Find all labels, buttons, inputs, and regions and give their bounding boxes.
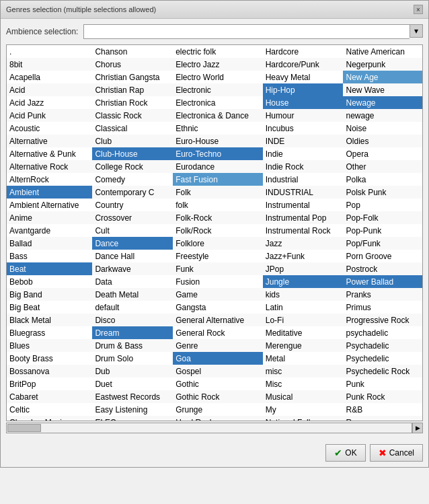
genre-cell[interactable]: misc (263, 365, 344, 377)
genre-cell[interactable]: Data (92, 275, 173, 288)
genre-cell[interactable]: Musical (263, 390, 344, 403)
genre-cell[interactable]: Funk (173, 262, 263, 275)
table-row[interactable]: AcidChristian RapElectronicHip-HopNew Wa… (7, 83, 422, 96)
genre-cell[interactable]: Dub (92, 365, 173, 377)
genre-cell[interactable]: Postrock (343, 262, 422, 275)
genre-cell[interactable]: Crossover (92, 211, 173, 224)
genre-cell[interactable]: Jungle (263, 275, 344, 288)
table-row[interactable]: Ambient AlternativeCountryfolkInstrument… (7, 199, 422, 211)
genre-cell[interactable]: Blues (7, 339, 92, 352)
genre-cell[interactable]: Punk (343, 377, 422, 390)
table-row[interactable]: AcousticClassicalEthnicIncubusNoise (7, 122, 422, 135)
genre-cell[interactable]: . (7, 45, 92, 58)
genre-cell[interactable]: Bebob (7, 275, 92, 288)
table-row[interactable]: BebobDataFusionJunglePower Ballad (7, 275, 422, 288)
genre-cell[interactable]: Game (173, 288, 263, 301)
genre-cell[interactable]: Gospel (173, 365, 263, 377)
table-row[interactable]: 8bitChorusElectro JazzHardcore/PunkNeger… (7, 58, 422, 71)
genre-cell[interactable]: Electronica & Dance (173, 109, 263, 122)
table-row[interactable]: Acid JazzChristian RockElectronicaHouseN… (7, 96, 422, 109)
genre-cell[interactable]: College Rock (92, 160, 173, 173)
genre-cell[interactable]: 8bit (7, 58, 92, 71)
genre-cell[interactable]: Pop/Funk (343, 237, 422, 250)
genre-cell[interactable]: Gothic Rock (173, 390, 263, 403)
table-row[interactable]: AlternRockComedyFast FusionIndustrialPol… (7, 173, 422, 186)
genre-cell[interactable]: Euro-House (173, 135, 263, 147)
genre-cell[interactable]: Pranks (343, 288, 422, 301)
genre-cell[interactable]: BritPop (7, 377, 92, 390)
close-button[interactable]: × (414, 5, 423, 14)
genre-cell[interactable]: Folklore (173, 237, 263, 250)
genre-cell[interactable]: Booty Brass (7, 352, 92, 365)
genre-cell[interactable]: INDUSTRIAL (263, 186, 344, 199)
genre-cell[interactable]: Pop (343, 199, 422, 211)
genre-cell[interactable]: Christian Rock (92, 96, 173, 109)
genre-cell[interactable]: Primus (343, 301, 422, 314)
genre-cell[interactable]: Acid Punk (7, 109, 92, 122)
genre-cell[interactable]: Contemporary C (92, 186, 173, 199)
genre-cell[interactable]: Acapella (7, 71, 92, 83)
table-row[interactable]: AlternativeClubEuro-HouseINDEOldies (7, 135, 422, 147)
table-row[interactable]: CelticEasy ListeningGrungeMyR&B (7, 403, 422, 416)
genre-cell[interactable]: Darkwave (92, 262, 173, 275)
genre-cell[interactable]: Duet (92, 377, 173, 390)
genre-cell[interactable]: Folk/Rock (173, 224, 263, 237)
genre-cell[interactable]: Chanson (92, 45, 173, 58)
table-row[interactable]: Booty BrassDrum SoloGoaMetalPsychedelic (7, 352, 422, 365)
genre-cell[interactable]: National Folk (263, 416, 344, 421)
genre-cell[interactable]: Genre (173, 339, 263, 352)
genre-cell[interactable]: Cabaret (7, 390, 92, 403)
table-row[interactable]: BalladDanceFolkloreJazzPop/Funk (7, 237, 422, 250)
genre-cell[interactable]: Country (92, 199, 173, 211)
genre-cell[interactable]: Christian Gangsta (92, 71, 173, 83)
genre-cell[interactable]: default (92, 301, 173, 314)
genre-cell[interactable]: Lo-Fi (263, 314, 344, 326)
table-row[interactable]: Big BandDeath MetalGamekidsPranks (7, 288, 422, 301)
ok-button[interactable]: ✔ OK (325, 444, 365, 462)
genre-cell[interactable]: Native American (343, 45, 422, 58)
genre-cell[interactable]: Club (92, 135, 173, 147)
genre-cell[interactable]: Drum Solo (92, 352, 173, 365)
table-row[interactable]: BossanovaDubGospelmiscPsychedelic Rock (7, 365, 422, 377)
genre-cell[interactable]: Negerpunk (343, 58, 422, 71)
genre-cell[interactable]: Ethnic (173, 122, 263, 135)
genre-cell[interactable]: kids (263, 288, 344, 301)
table-row[interactable]: AmbientContemporary CFolkINDUSTRIALPolsk… (7, 186, 422, 199)
genre-cell[interactable]: Rap (343, 416, 422, 421)
genre-cell[interactable]: Anime (7, 211, 92, 224)
genre-cell[interactable]: Latin (263, 301, 344, 314)
genre-cell[interactable]: Electronic (173, 83, 263, 96)
genre-cell[interactable]: New Age (343, 71, 422, 83)
genre-cell[interactable]: Fusion (173, 275, 263, 288)
table-row[interactable]: AnimeCrossoverFolk-RockInstrumental PopP… (7, 211, 422, 224)
genre-cell[interactable]: Gangsta (173, 301, 263, 314)
table-row[interactable]: .Chansonelectric folkHardcoreNative Amer… (7, 45, 422, 58)
genre-cell[interactable]: Pop-Punk (343, 224, 422, 237)
genre-cell[interactable]: Black Metal (7, 314, 92, 326)
genre-cell[interactable]: Grunge (173, 403, 263, 416)
genre-cell[interactable]: Cult (92, 224, 173, 237)
genre-cell[interactable]: Classical (92, 122, 173, 135)
scroll-right-button[interactable]: ▶ (412, 423, 423, 433)
genre-cell[interactable]: My (263, 403, 344, 416)
genre-cell[interactable]: Folk (173, 186, 263, 199)
table-row[interactable]: CabaretEastwest RecordsGothic RockMusica… (7, 390, 422, 403)
genre-cell[interactable]: Alternative & Punk (7, 147, 92, 160)
genre-cell[interactable]: Indie (263, 147, 344, 160)
table-row[interactable]: Alternative RockCollege RockEurodanceInd… (7, 160, 422, 173)
scrollbar-thumb[interactable] (7, 424, 41, 432)
genre-cell[interactable]: Dance (92, 237, 173, 250)
genre-cell[interactable]: Ambient (7, 186, 92, 199)
genre-cell[interactable]: Chorus (92, 58, 173, 71)
genre-cell[interactable]: newage (343, 109, 422, 122)
genre-cell[interactable]: Industrial (263, 173, 344, 186)
genre-cell[interactable]: Electronica (173, 96, 263, 109)
genre-cell[interactable]: Noise (343, 122, 422, 135)
genre-cell[interactable]: New Wave (343, 83, 422, 96)
table-row[interactable]: BeatDarkwaveFunkJPopPostrock (7, 262, 422, 275)
table-row[interactable]: Chamber MusicELECHard RockNational FolkR… (7, 416, 422, 421)
genres-list-container[interactable]: .Chansonelectric folkHardcoreNative Amer… (6, 44, 423, 421)
genre-cell[interactable]: Comedy (92, 173, 173, 186)
genre-cell[interactable]: Alternative (7, 135, 92, 147)
table-row[interactable]: BluesDrum & BassGenreMerenguePsychadelic (7, 339, 422, 352)
